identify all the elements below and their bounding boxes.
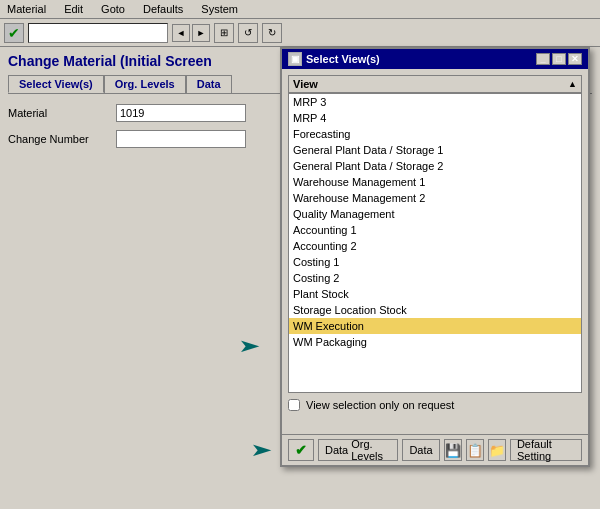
close-button[interactable]: ✕	[568, 53, 582, 65]
list-item[interactable]: MRP 4	[289, 110, 581, 126]
dialog-title-bar: ▣ Select View(s) _ □ ✕	[282, 49, 588, 69]
checkbox-label: View selection only on request	[306, 399, 454, 411]
toolbar-input[interactable]	[28, 23, 168, 43]
toolbar-icon-2[interactable]: ↺	[238, 23, 258, 43]
list-item[interactable]: Storage Location Stock	[289, 302, 581, 318]
save-button-3[interactable]: 📁	[488, 439, 506, 461]
list-item[interactable]: WM Execution	[289, 318, 581, 334]
list-item[interactable]: Warehouse Management 1	[289, 174, 581, 190]
arrow-annotation-2: ➤	[250, 439, 273, 461]
list-item[interactable]: General Plant Data / Storage 1	[289, 142, 581, 158]
arrow-annotation-1: ➤	[238, 335, 261, 357]
checkbox-row: View selection only on request	[288, 399, 582, 411]
view-selection-checkbox[interactable]	[288, 399, 300, 411]
maximize-button[interactable]: □	[552, 53, 566, 65]
save-icon-3: 📁	[489, 443, 505, 458]
list-item[interactable]: Warehouse Management 2	[289, 190, 581, 206]
list-item[interactable]: MRP 3	[289, 94, 581, 110]
list-item[interactable]: Plant Stock	[289, 286, 581, 302]
dialog-title-buttons: _ □ ✕	[536, 53, 582, 65]
toolbar-icon-3[interactable]: ↻	[262, 23, 282, 43]
menu-edit[interactable]: Edit	[61, 2, 86, 16]
check-button[interactable]: ✔	[4, 23, 24, 43]
save-button-2[interactable]: 📋	[466, 439, 484, 461]
tab-select-views[interactable]: Select View(s)	[8, 75, 104, 93]
list-header: View ▲	[288, 75, 582, 93]
column-sort-icon[interactable]: ▲	[568, 79, 577, 89]
views-list[interactable]: MRP 3MRP 4ForecastingGeneral Plant Data …	[288, 93, 582, 393]
list-item[interactable]: Costing 1	[289, 254, 581, 270]
default-setting-label: Default Setting	[517, 438, 575, 462]
menu-goto[interactable]: Goto	[98, 2, 128, 16]
list-item[interactable]: General Plant Data / Storage 2	[289, 158, 581, 174]
dialog-title: Select View(s)	[306, 53, 380, 65]
column-header-label: View	[293, 78, 318, 90]
toolbar-icon-1[interactable]: ⊞	[214, 23, 234, 43]
change-number-input[interactable]	[116, 130, 246, 148]
dialog-content: View ▲ MRP 3MRP 4ForecastingGeneral Plan…	[282, 69, 588, 417]
list-item[interactable]: Forecasting	[289, 126, 581, 142]
save-button-1[interactable]: 💾	[444, 439, 462, 461]
data-button[interactable]: Data	[402, 439, 439, 461]
toolbar: ✔ ◄ ► ⊞ ↺ ↻	[0, 19, 600, 47]
tab-org-levels[interactable]: Org. Levels	[104, 75, 186, 93]
save-icon-2: 📋	[467, 443, 483, 458]
save-icon-1: 💾	[445, 443, 461, 458]
list-item[interactable]: Accounting 1	[289, 222, 581, 238]
select-views-dialog: ▣ Select View(s) _ □ ✕ View ▲ MRP 3MRP 4…	[280, 47, 590, 467]
default-setting-button[interactable]: Default Setting	[510, 439, 582, 461]
change-number-label: Change Number	[8, 133, 108, 145]
main-content: Change Material (Initial Screen Select V…	[0, 47, 600, 502]
minimize-button[interactable]: _	[536, 53, 550, 65]
menu-material[interactable]: Material	[4, 2, 49, 16]
menu-defaults[interactable]: Defaults	[140, 2, 186, 16]
check-icon: ✔	[295, 442, 307, 458]
menu-bar: Material Edit Goto Defaults System	[0, 0, 600, 19]
tab-data[interactable]: Data	[186, 75, 232, 93]
back-button[interactable]: ◄	[172, 24, 190, 42]
list-item[interactable]: Quality Management	[289, 206, 581, 222]
toolbar-nav: ◄ ►	[172, 24, 210, 42]
list-item[interactable]: Costing 2	[289, 270, 581, 286]
list-item[interactable]: WM Packaging	[289, 334, 581, 350]
data-label: Data	[409, 444, 432, 456]
dialog-footer: ➤ ✔ Data Org. Levels Data 💾 📋 📁 Default …	[282, 434, 588, 465]
ok-button[interactable]: ✔	[288, 439, 314, 461]
dialog-icon: ▣	[288, 52, 302, 66]
menu-system[interactable]: System	[198, 2, 241, 16]
material-label: Material	[8, 107, 108, 119]
material-input[interactable]	[116, 104, 246, 122]
forward-button[interactable]: ►	[192, 24, 210, 42]
org-levels-button[interactable]: Data Org. Levels	[318, 439, 398, 461]
list-item[interactable]: Accounting 2	[289, 238, 581, 254]
org-levels-label: Data	[325, 444, 348, 456]
